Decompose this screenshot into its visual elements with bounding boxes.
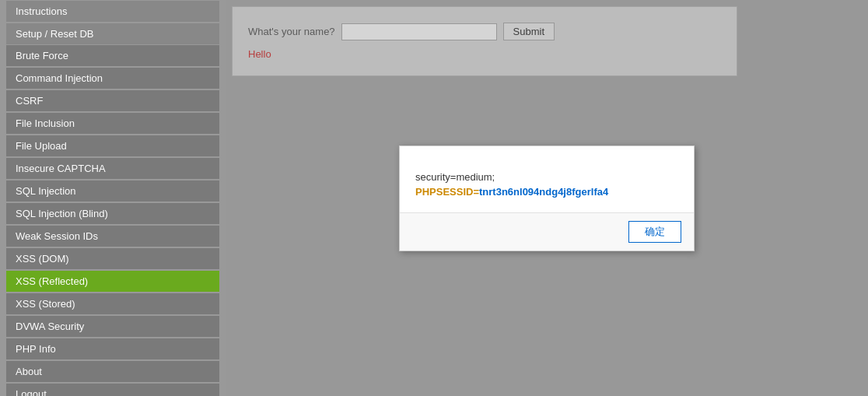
sidebar-item-command-injection[interactable]: Command Injection bbox=[6, 68, 219, 89]
main-content: What's your name? Submit Hello security=… bbox=[226, 0, 868, 396]
sidebar-item-xss-stored[interactable]: XSS (Stored) bbox=[6, 293, 219, 314]
sidebar-item-logout[interactable]: Logout bbox=[6, 384, 219, 396]
modal-footer: 确定 bbox=[400, 213, 694, 251]
sidebar-item-file-upload[interactable]: File Upload bbox=[6, 135, 219, 156]
sidebar-item-sql-injection-blind[interactable]: SQL Injection (Blind) bbox=[6, 203, 219, 224]
sidebar-item-weak-session-ids[interactable]: Weak Session IDs bbox=[6, 226, 219, 247]
cookie-prefix: security=medium; bbox=[415, 171, 495, 183]
phpsessid-val: tnrt3n6nl094ndg4j8fgerlfa4 bbox=[479, 186, 608, 198]
modal-ok-button[interactable]: 确定 bbox=[628, 221, 681, 243]
sidebar-item-brute-force[interactable]: Brute Force bbox=[6, 45, 219, 66]
modal-overlay: security=medium; PHPSESSID=tnrt3n6nl094n… bbox=[226, 0, 868, 396]
sidebar-item-xss-dom[interactable]: XSS (DOM) bbox=[6, 248, 219, 269]
sidebar-item-file-inclusion[interactable]: File Inclusion bbox=[6, 113, 219, 134]
sidebar-item-dvwa-security[interactable]: DVWA Security bbox=[6, 316, 219, 337]
modal-body: security=medium; PHPSESSID=tnrt3n6nl094n… bbox=[400, 146, 694, 213]
sidebar-item-setup-reset-db[interactable]: Setup / Reset DB bbox=[6, 23, 219, 44]
sidebar-item-sql-injection[interactable]: SQL Injection bbox=[6, 180, 219, 202]
modal-dialog: security=medium; PHPSESSID=tnrt3n6nl094n… bbox=[399, 145, 695, 251]
sidebar-item-php-info[interactable]: PHP Info bbox=[6, 338, 219, 359]
cookie-text: security=medium; PHPSESSID=tnrt3n6nl094n… bbox=[415, 171, 608, 198]
sidebar-item-xss-reflected[interactable]: XSS (Reflected) bbox=[6, 271, 219, 292]
sidebar-item-insecure-captcha[interactable]: Insecure CAPTCHA bbox=[6, 158, 219, 179]
sidebar-item-csrf[interactable]: CSRF bbox=[6, 90, 219, 111]
sidebar: Instructions Setup / Reset DB Brute Forc… bbox=[0, 0, 226, 396]
sidebar-item-instructions[interactable]: Instructions bbox=[6, 1, 219, 22]
sidebar-item-about[interactable]: About bbox=[6, 361, 219, 382]
phpsessid-key: PHPSESSID= bbox=[415, 186, 479, 198]
